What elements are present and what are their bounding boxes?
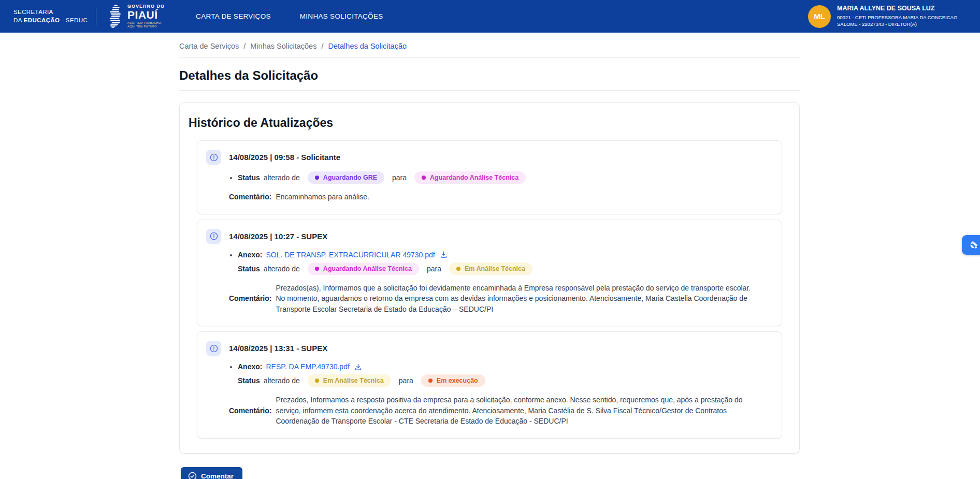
title-divider bbox=[179, 90, 800, 91]
comment-text: Prezados, Informamos a resposta positiva… bbox=[276, 395, 761, 427]
status-badge-from: Em Análise Técnica bbox=[308, 374, 391, 387]
avatar[interactable]: ML bbox=[808, 5, 831, 28]
history-card: Histórico de Atualizações 14/08/2025 | 0… bbox=[179, 102, 800, 454]
status-badge-from: Aguardando Análise Técnica bbox=[308, 263, 419, 275]
status-dot bbox=[315, 267, 319, 271]
breadcrumb: Carta de Serviços / Minhas Solicitações … bbox=[179, 42, 800, 50]
status-label: Status bbox=[238, 173, 260, 182]
download-icon[interactable] bbox=[440, 251, 448, 258]
user-menu[interactable]: ML MARIA ALLYNE DE SOUSA LUZ 00021 - CET… bbox=[808, 5, 967, 28]
comment-row: Comentário: Prezados, Informamos a respo… bbox=[229, 395, 761, 427]
status-dot bbox=[315, 379, 319, 383]
history-entry: 14/08/2025 | 13:31 - SUPEX Anexo: RESP. … bbox=[197, 331, 782, 439]
breadcrumb-separator: / bbox=[243, 42, 246, 50]
status-dot bbox=[456, 267, 460, 271]
secretaria-line2: DA EDUCAÇÃO - SEDUC bbox=[13, 17, 88, 25]
status-dot bbox=[315, 176, 319, 180]
attachment-line: Anexo: SOL. DE TRANSP. EXTRACURRICULAR 4… bbox=[238, 251, 761, 275]
secretaria-label: SECRETARIA DA EDUCAÇÃO - SEDUC bbox=[13, 8, 88, 24]
user-name: MARIA ALLYNE DE SOUSA LUZ bbox=[837, 5, 967, 13]
comment-label: Comentário: bbox=[229, 294, 271, 302]
info-icon bbox=[206, 150, 221, 165]
comment-row: Comentário: Encaminhamos para análise. bbox=[229, 192, 761, 202]
status-change-line: Status alterado de Aguardando GRE para A… bbox=[238, 171, 761, 184]
history-entry: 14/08/2025 | 09:58 - Solicitante Status … bbox=[197, 140, 782, 214]
breadcrumb-minhas-solicitacoes[interactable]: Minhas Solicitações bbox=[250, 42, 316, 50]
user-details: 00021 - CETI PROFESSORA MARIA DA CONCEIC… bbox=[837, 14, 967, 28]
anexo-label: Anexo: bbox=[238, 251, 262, 259]
download-icon[interactable] bbox=[354, 363, 362, 371]
breadcrumb-separator: / bbox=[321, 42, 323, 50]
secretaria-line1: SECRETARIA bbox=[13, 8, 88, 17]
logo-text: GOVERNO DO PIAUÍ AQUI TEM TRABALHO, AQUI… bbox=[127, 4, 165, 28]
comment-text: Encaminhamos para análise. bbox=[276, 192, 369, 202]
status-label: Status bbox=[238, 265, 260, 273]
anexo-label: Anexo: bbox=[238, 362, 262, 371]
entry-timestamp: 14/08/2025 | 13:31 - SUPEX bbox=[229, 344, 327, 353]
main-nav: CARTA DE SERVIÇOS MINHAS SOLICITAÇÕES bbox=[196, 12, 383, 20]
status-badge-to: Em execução bbox=[421, 374, 485, 387]
status-badge-to: Aguardando Análise Técnica bbox=[414, 171, 526, 184]
piaui-map-icon bbox=[106, 5, 123, 28]
breadcrumb-carta-de-servicos[interactable]: Carta de Serviços bbox=[179, 42, 239, 50]
page-title: Detalhes da Solicitação bbox=[179, 68, 800, 83]
libras-accessibility-button[interactable] bbox=[962, 235, 980, 255]
logo-piaui: PIAUÍ bbox=[127, 9, 165, 20]
status-badge-from: Aguardando GRE bbox=[308, 171, 384, 184]
sign-language-hands-icon bbox=[968, 240, 979, 250]
attachment-link[interactable]: RESP. DA EMP.49730.pdf bbox=[266, 362, 349, 371]
logo-governo-do: GOVERNO DO bbox=[127, 4, 165, 9]
attachment-link[interactable]: SOL. DE TRANSP. EXTRACURRICULAR 49730.pd… bbox=[266, 251, 435, 259]
status-label: Status bbox=[238, 376, 260, 385]
status-change-line: Status alterado de Em Análise Técnica pa… bbox=[238, 374, 761, 387]
user-info: MARIA ALLYNE DE SOUSA LUZ 00021 - CETI P… bbox=[837, 5, 967, 28]
info-icon bbox=[206, 229, 221, 244]
status-dot bbox=[422, 176, 426, 180]
check-circle-icon bbox=[188, 472, 197, 479]
comentar-button[interactable]: Comentar bbox=[181, 467, 242, 479]
entry-timestamp: 14/08/2025 | 09:58 - Solicitante bbox=[229, 153, 340, 162]
entry-timestamp: 14/08/2025 | 10:27 - SUPEX bbox=[229, 232, 327, 241]
breadcrumb-divider bbox=[179, 57, 800, 58]
governo-piaui-logo: GOVERNO DO PIAUÍ AQUI TEM TRABALHO, AQUI… bbox=[106, 4, 165, 28]
header-divider bbox=[96, 8, 96, 25]
comment-text: Prezados(as), Informamos que a solicitaç… bbox=[276, 283, 761, 315]
history-entry: 14/08/2025 | 10:27 - SUPEX Anexo: SOL. D… bbox=[197, 220, 782, 327]
info-icon bbox=[206, 341, 221, 356]
comment-label: Comentário: bbox=[229, 407, 271, 415]
nav-minhas-solicitacoes[interactable]: MINHAS SOLICITAÇÕES bbox=[300, 12, 383, 20]
history-title: Histórico de Atualizações bbox=[189, 116, 782, 130]
logo-tagline-2: AQUI TEM FUTURO. bbox=[127, 25, 165, 28]
status-change-line: Status alterado de Aguardando Análise Té… bbox=[238, 263, 761, 275]
comment-label: Comentário: bbox=[229, 193, 271, 201]
comment-row: Comentário: Prezados(as), Informamos que… bbox=[229, 283, 761, 315]
app-header: SECRETARIA DA EDUCAÇÃO - SEDUC GOVERNO D… bbox=[0, 0, 980, 33]
breadcrumb-detalhes: Detalhes da Solicitação bbox=[328, 42, 407, 50]
nav-carta-de-servicos[interactable]: CARTA DE SERVIÇOS bbox=[196, 12, 271, 20]
logo-tagline-1: AQUI TEM TRABALHO, bbox=[127, 21, 165, 25]
page-content: Carta de Serviços / Minhas Solicitações … bbox=[179, 33, 800, 479]
attachment-line: Anexo: RESP. DA EMP.49730.pdf Status alt… bbox=[238, 362, 761, 387]
status-dot bbox=[428, 379, 433, 383]
status-badge-to: Em Análise Técnica bbox=[449, 263, 532, 275]
